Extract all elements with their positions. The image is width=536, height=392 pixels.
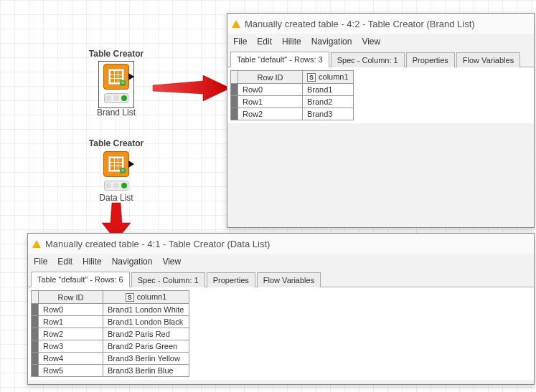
window-data-table[interactable]: Manually created table - 4:1 - Table Cre… bbox=[27, 233, 535, 385]
table-row[interactable]: Row4Brand3 Berlin Yellow bbox=[32, 353, 189, 365]
menu-file[interactable]: File bbox=[233, 37, 247, 47]
col-column1[interactable]: Scolumn1 bbox=[103, 291, 189, 304]
row-gutter bbox=[32, 353, 39, 365]
data-table[interactable]: Row ID Scolumn1 Row0Brand1 Row1Brand2 Ro… bbox=[230, 70, 354, 120]
window-brand-table[interactable]: Manually created table - 4:2 - Table Cre… bbox=[227, 13, 535, 228]
tab-spec[interactable]: Spec - Column: 1 bbox=[131, 272, 205, 287]
row-gutter bbox=[231, 108, 238, 120]
row-gutter bbox=[231, 96, 238, 108]
cell-value: Brand3 Berlin Yellow bbox=[103, 353, 189, 365]
cell-rowid: Row2 bbox=[238, 108, 303, 120]
menu-view[interactable]: View bbox=[362, 37, 380, 47]
node-icon-row: + bbox=[99, 62, 133, 107]
cell-value: Brand2 Paris Green bbox=[103, 340, 189, 353]
menu-navigation[interactable]: Navigation bbox=[311, 37, 352, 47]
row-gutter bbox=[32, 340, 39, 353]
svg-marker-0 bbox=[153, 75, 230, 101]
traffic-light bbox=[104, 181, 128, 191]
plus-icon: + bbox=[120, 80, 126, 86]
cell-value: Brand2 Paris Red bbox=[103, 328, 189, 340]
row-gutter bbox=[32, 328, 39, 340]
tab-table[interactable]: Table "default" - Rows: 3 bbox=[230, 52, 329, 67]
knime-warning-icon bbox=[32, 240, 41, 248]
table-row[interactable]: Row0Brand1 London White bbox=[32, 304, 189, 316]
menu-edit[interactable]: Edit bbox=[57, 257, 72, 267]
col-column1[interactable]: Scolumn1 bbox=[303, 71, 354, 84]
row-gutter bbox=[32, 304, 39, 316]
cell-rowid: Row0 bbox=[238, 84, 303, 96]
table-creator-icon: + bbox=[103, 151, 129, 177]
cell-value: Brand1 bbox=[303, 84, 354, 96]
node-data-list[interactable]: Table Creator + Data List bbox=[80, 138, 152, 203]
table-row[interactable]: Row2Brand3 bbox=[231, 108, 354, 120]
traffic-light bbox=[104, 93, 128, 103]
node-name-label: Data List bbox=[80, 193, 152, 203]
cell-rowid: Row4 bbox=[39, 353, 103, 365]
menu-view[interactable]: View bbox=[162, 257, 181, 267]
table-corner bbox=[231, 71, 238, 84]
menubar: File Edit Hilite Navigation View bbox=[28, 254, 534, 271]
cell-rowid: Row2 bbox=[39, 328, 103, 340]
col-label: column1 bbox=[137, 292, 167, 301]
row-gutter bbox=[32, 365, 39, 377]
string-type-icon: S bbox=[126, 293, 134, 302]
cell-rowid: Row0 bbox=[39, 304, 103, 316]
cell-value: Brand3 bbox=[303, 108, 354, 120]
tabbar: Table "default" - Rows: 6 Spec - Column:… bbox=[28, 271, 534, 287]
table-row[interactable]: Row1Brand1 London Black bbox=[32, 316, 189, 328]
node-type-label: Table Creator bbox=[80, 49, 152, 59]
string-type-icon: S bbox=[307, 73, 316, 82]
cell-rowid: Row5 bbox=[39, 365, 103, 377]
cell-value: Brand1 London Black bbox=[103, 316, 189, 328]
tab-flowvars[interactable]: Flow Variables bbox=[257, 272, 321, 287]
titlebar[interactable]: Manually created table - 4:1 - Table Cre… bbox=[28, 234, 534, 254]
cell-value: Brand2 bbox=[303, 96, 354, 108]
menu-hilite[interactable]: Hilite bbox=[282, 37, 301, 47]
col-rowid[interactable]: Row ID bbox=[39, 291, 103, 304]
menubar: File Edit Hilite Navigation View bbox=[227, 34, 534, 51]
data-table[interactable]: Row ID Scolumn1 Row0Brand1 London White … bbox=[31, 290, 189, 377]
table-row[interactable]: Row0Brand1 bbox=[231, 84, 354, 96]
cell-value: Brand1 London White bbox=[103, 304, 189, 316]
tab-flowvars[interactable]: Flow Variables bbox=[456, 52, 520, 67]
titlebar[interactable]: Manually created table - 4:2 - Table Cre… bbox=[227, 14, 534, 34]
table-row[interactable]: Row3Brand2 Paris Green bbox=[32, 340, 189, 353]
table-corner bbox=[32, 291, 39, 304]
cell-value: Brand3 Berlin Blue bbox=[103, 365, 189, 377]
cell-rowid: Row3 bbox=[39, 340, 103, 353]
table-row[interactable]: Row2Brand2 Paris Red bbox=[32, 328, 189, 340]
menu-edit[interactable]: Edit bbox=[257, 37, 272, 47]
window-title: Manually created table - 4:2 - Table Cre… bbox=[245, 19, 475, 29]
row-gutter bbox=[32, 316, 39, 328]
table-content: Row ID Scolumn1 Row0Brand1 Row1Brand2 Ro… bbox=[227, 67, 534, 123]
table-row[interactable]: Row1Brand2 bbox=[231, 96, 354, 108]
tab-properties[interactable]: Properties bbox=[406, 52, 455, 67]
table-row[interactable]: Row5Brand3 Berlin Blue bbox=[32, 365, 189, 377]
menu-navigation[interactable]: Navigation bbox=[112, 257, 153, 267]
plus-icon: + bbox=[120, 168, 126, 173]
grid-icon: + bbox=[108, 156, 124, 172]
tab-properties[interactable]: Properties bbox=[207, 272, 255, 287]
row-gutter bbox=[231, 84, 238, 96]
node-brand-list[interactable]: Table Creator + Brand List bbox=[80, 49, 152, 118]
table-creator-icon: + bbox=[103, 64, 129, 90]
knime-warning-icon bbox=[232, 20, 240, 28]
tabbar: Table "default" - Rows: 3 Spec - Column:… bbox=[227, 51, 534, 67]
node-name-label: Brand List bbox=[80, 107, 152, 118]
window-title: Manually created table - 4:1 - Table Cre… bbox=[45, 239, 270, 249]
col-label: column1 bbox=[319, 72, 349, 81]
tab-spec[interactable]: Spec - Column: 1 bbox=[331, 52, 405, 67]
cell-rowid: Row1 bbox=[238, 96, 303, 108]
col-rowid[interactable]: Row ID bbox=[238, 71, 303, 84]
table-content: Row ID Scolumn1 Row0Brand1 London White … bbox=[28, 287, 534, 380]
node-type-label: Table Creator bbox=[80, 138, 152, 148]
cell-rowid: Row1 bbox=[39, 316, 103, 328]
tab-table[interactable]: Table "default" - Rows: 6 bbox=[31, 272, 130, 287]
menu-hilite[interactable]: Hilite bbox=[83, 257, 102, 267]
grid-icon: + bbox=[108, 69, 124, 85]
menu-file[interactable]: File bbox=[34, 257, 47, 267]
